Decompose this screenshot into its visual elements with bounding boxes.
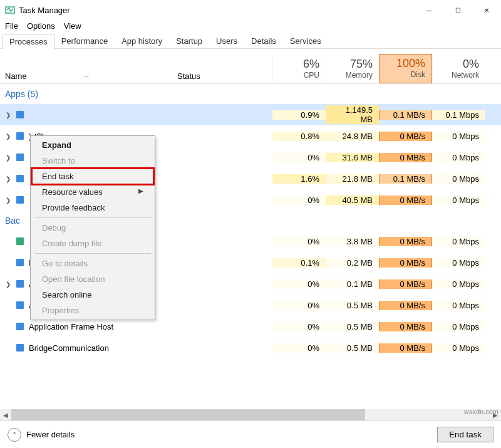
disk-cell: 0 MB/s — [379, 279, 432, 289]
menu-separator — [34, 217, 151, 218]
fewer-details-label: Fewer details — [26, 430, 75, 439]
close-button[interactable]: ✕ — [472, 0, 501, 20]
network-label: Network — [439, 71, 479, 80]
menu-item-debug: Debug — [32, 220, 153, 236]
process-name-cell: Application Frame Host — [0, 321, 172, 331]
svg-rect-10 — [16, 323, 24, 330]
memory-cell: 31.6 MB — [326, 153, 379, 162]
process-icon — [15, 258, 25, 268]
expand-icon[interactable]: ❯ — [3, 281, 14, 288]
tab-performance[interactable]: Performance — [54, 33, 115, 48]
disk-cell: 0.1 MB/s — [379, 174, 432, 184]
menu-item-create-dump-file: Create dump file — [32, 236, 153, 251]
process-icon — [15, 279, 25, 289]
tabs: Processes Performance App history Startu… — [0, 33, 501, 49]
scroll-track[interactable] — [11, 409, 490, 420]
scroll-thumb[interactable] — [11, 409, 365, 420]
tab-app-history[interactable]: App history — [115, 33, 169, 48]
cpu-cell: 0% — [272, 237, 326, 246]
svg-rect-7 — [16, 259, 24, 266]
process-icon — [15, 174, 25, 184]
statusbar: ⌃ Fewer details End task — [0, 420, 501, 448]
scroll-left-button[interactable]: ◀ — [0, 409, 11, 420]
menubar: File Options View — [0, 20, 501, 33]
menu-file[interactable]: File — [5, 21, 18, 31]
network-cell: 0 Mbps — [432, 132, 485, 141]
process-icon — [15, 236, 25, 246]
memory-cell: 0.2 MB — [326, 258, 379, 268]
memory-cell: 0.5 MB — [326, 343, 379, 353]
disk-cell: 0 MB/s — [379, 153, 432, 162]
fewer-details-toggle[interactable]: ⌃ Fewer details — [8, 428, 75, 442]
menu-item-search-online[interactable]: Search online — [32, 287, 153, 303]
menu-item-end-task[interactable]: End task — [32, 169, 153, 184]
column-status[interactable]: Status — [172, 69, 272, 83]
memory-cell: 40.5 MB — [326, 195, 379, 205]
menu-view[interactable]: View — [64, 21, 81, 31]
tab-details[interactable]: Details — [244, 33, 283, 48]
cpu-cell: 0% — [272, 322, 326, 331]
tab-startup[interactable]: Startup — [169, 33, 209, 48]
column-name[interactable]: ︿ Name — [0, 69, 172, 83]
disk-label: Disk — [386, 70, 425, 79]
expand-icon[interactable]: ❯ — [3, 133, 14, 140]
cpu-label: CPU — [279, 71, 319, 80]
disk-cell: 0 MB/s — [379, 301, 432, 310]
network-cell: 0 Mbps — [432, 301, 485, 310]
maximize-button[interactable]: ☐ — [443, 0, 472, 20]
expand-icon[interactable]: ❯ — [3, 154, 14, 161]
svg-rect-11 — [16, 344, 24, 352]
column-network[interactable]: 0% Network — [432, 55, 485, 83]
cpu-cell: 0% — [272, 301, 326, 310]
menu-item-switch-to: Switch to — [32, 153, 153, 169]
process-name-cell: BridgeCommunication — [0, 343, 172, 353]
disk-cell: 0 MB/s — [379, 258, 432, 268]
cpu-cell: 0.1% — [272, 258, 326, 268]
horizontal-scrollbar[interactable]: ◀ ▶ — [0, 409, 501, 420]
expand-icon[interactable]: ❯ — [3, 175, 14, 182]
svg-rect-1 — [16, 111, 24, 118]
column-headers: ︿ Name Status 6% CPU 75% Memory 100% Dis… — [0, 49, 501, 84]
network-cell: 0 Mbps — [432, 279, 485, 289]
context-menu: ExpandSwitch toEnd taskResource values▶P… — [30, 135, 155, 320]
disk-cell: 0 MB/s — [379, 322, 432, 331]
menu-separator — [34, 253, 151, 254]
cpu-cell: 0% — [272, 343, 326, 353]
process-name: Application Frame Host — [29, 322, 113, 331]
memory-cell: 21.8 MB — [326, 174, 379, 184]
memory-label: Memory — [333, 71, 373, 80]
menu-item-go-to-details: Go to details — [32, 256, 153, 271]
process-icon — [15, 110, 25, 120]
table-row[interactable]: ❯0.9%1,149.5 MB0.1 MB/s0.1 Mbps — [0, 104, 501, 125]
end-task-button[interactable]: End task — [437, 427, 493, 442]
submenu-arrow-icon: ▶ — [138, 187, 143, 194]
tab-processes[interactable]: Processes — [3, 34, 54, 49]
cpu-cell: 0% — [272, 195, 326, 205]
expand-icon[interactable]: ❯ — [3, 197, 14, 204]
network-cell: 0 Mbps — [432, 343, 485, 353]
disk-cell: 0.1 MB/s — [379, 110, 432, 120]
column-memory[interactable]: 75% Memory — [326, 55, 379, 83]
expand-icon[interactable]: ❯ — [3, 112, 14, 118]
menu-item-expand[interactable]: Expand — [32, 137, 153, 153]
titlebar: Task Manager — ☐ ✕ — [0, 0, 501, 20]
menu-item-provide-feedback[interactable]: Provide feedback — [32, 200, 153, 216]
sort-chevron-icon: ︿ — [83, 71, 90, 80]
menu-options[interactable]: Options — [27, 21, 55, 31]
memory-cell: 0.5 MB — [326, 301, 379, 310]
window-title: Task Manager — [19, 6, 415, 15]
column-cpu[interactable]: 6% CPU — [272, 55, 326, 83]
process-name-cell: ❯ — [0, 110, 172, 120]
tab-users[interactable]: Users — [209, 33, 244, 48]
process-icon — [15, 300, 25, 310]
memory-cell: 0.5 MB — [326, 322, 379, 331]
tab-services[interactable]: Services — [283, 33, 328, 48]
menu-item-resource-values[interactable]: Resource values▶ — [32, 184, 153, 200]
column-disk[interactable]: 100% Disk — [379, 54, 432, 83]
minimize-button[interactable]: — — [415, 0, 443, 20]
menu-item-open-file-location: Open file location — [32, 271, 153, 287]
table-row[interactable]: BridgeCommunication0%0.5 MB0 MB/s0 Mbps — [0, 337, 501, 358]
disk-percent: 100% — [386, 57, 425, 70]
network-percent: 0% — [439, 58, 479, 71]
cpu-cell: 0% — [272, 279, 326, 289]
